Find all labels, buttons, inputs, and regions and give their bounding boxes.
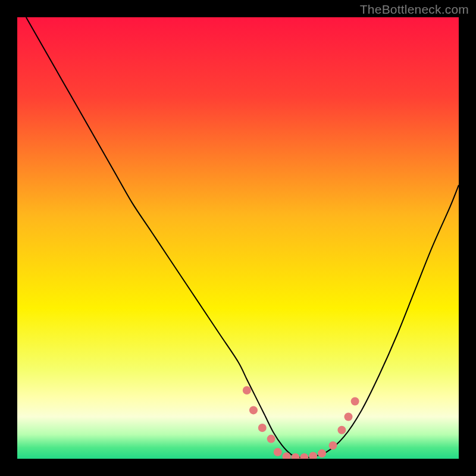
marker-dot [258, 424, 267, 432]
marker-dot [267, 435, 275, 443]
marker-dot [318, 449, 326, 458]
marker-dot [351, 397, 359, 406]
marker-dot [249, 406, 258, 414]
watermark-text: TheBottleneck.com [360, 2, 469, 17]
marker-dot [345, 413, 353, 421]
marker-dot [243, 386, 251, 394]
marker-dot [274, 448, 282, 456]
plot-area [17, 17, 459, 459]
marker-dot [337, 426, 346, 434]
gradient-background [17, 17, 459, 459]
chart-svg [17, 17, 459, 459]
chart-frame: TheBottleneck.com [0, 0, 476, 476]
marker-dot [329, 441, 337, 450]
